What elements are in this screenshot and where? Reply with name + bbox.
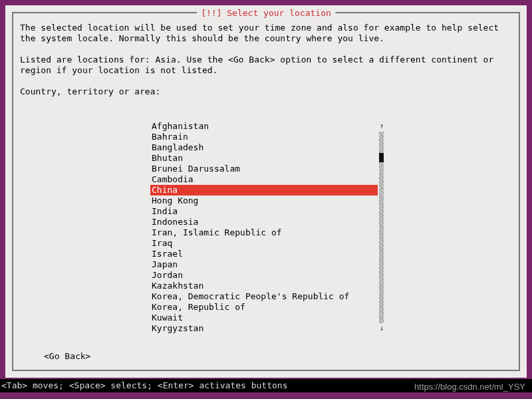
list-item[interactable]: Japan	[150, 259, 378, 270]
dialog-border: [!!] Select your location The selected l…	[12, 12, 520, 371]
list-item[interactable]: Bhutan	[150, 153, 378, 164]
list-item[interactable]: Indonesia	[150, 217, 378, 227]
list-item[interactable]: Jordan	[150, 270, 378, 281]
installer-dialog: [!!] Select your location The selected l…	[5, 5, 527, 378]
list-item[interactable]: Iraq	[150, 238, 378, 249]
scrollbar-thumb[interactable]	[379, 153, 384, 162]
watermark: https://blog.csdn.net/ml_YSY	[414, 382, 525, 392]
location-list[interactable]: AfghanistanBahrainBangladeshBhutanBrunei…	[150, 121, 378, 334]
help-paragraph-2: Listed are locations for: Asia. Use the …	[20, 55, 512, 76]
scrollbar[interactable]: ↑ ↓	[378, 121, 386, 334]
list-prompt: Country, territory or area:	[20, 86, 512, 97]
list-item[interactable]: Israel	[150, 249, 378, 259]
list-item[interactable]: Bangladesh	[150, 142, 378, 153]
list-item[interactable]: Kazakhstan	[150, 281, 378, 291]
dialog-content: The selected location will be used to se…	[20, 23, 512, 363]
list-item[interactable]: Korea, Democratic People's Republic of	[150, 291, 378, 302]
list-item[interactable]: India	[150, 206, 378, 217]
list-item[interactable]: Cambodia	[150, 174, 378, 185]
list-item[interactable]: Afghanistan	[150, 121, 378, 132]
list-item[interactable]: Kyrgyzstan	[150, 323, 378, 334]
scroll-down-icon[interactable]: ↓	[378, 323, 386, 334]
list-item[interactable]: China	[150, 185, 378, 196]
scroll-up-icon[interactable]: ↑	[378, 121, 386, 132]
scrollbar-track[interactable]	[379, 132, 384, 323]
list-item[interactable]: Iran, Islamic Republic of	[150, 227, 378, 238]
go-back-button[interactable]: <Go Back>	[44, 351, 90, 362]
list-item[interactable]: Korea, Republic of	[150, 302, 378, 313]
list-item[interactable]: Kuwait	[150, 313, 378, 323]
list-item[interactable]: Brunei Darussalam	[150, 164, 378, 174]
help-paragraph-1: The selected location will be used to se…	[20, 23, 512, 44]
dialog-title: [!!] Select your location	[197, 8, 335, 19]
list-item[interactable]: Bahrain	[150, 132, 378, 142]
list-item[interactable]: Hong Kong	[150, 196, 378, 206]
